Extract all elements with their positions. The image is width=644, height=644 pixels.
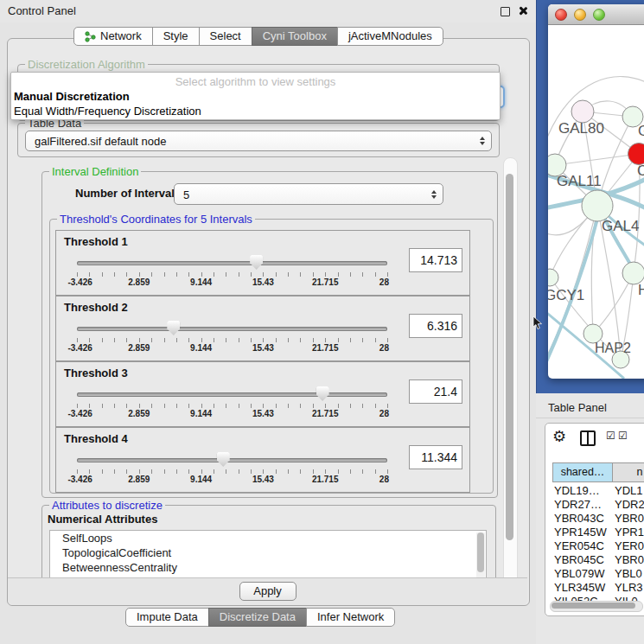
apply-button[interactable]: Apply <box>239 582 296 601</box>
slider-ticks <box>77 338 388 342</box>
slider-scale: -3.426 2.859 9.144 15.43 21.715 28 <box>77 277 387 288</box>
table-horizontal-scrollbar[interactable] <box>550 601 643 612</box>
threshold-value-field[interactable]: 21.4 <box>409 379 462 404</box>
slider-track[interactable] <box>77 261 387 265</box>
zoom-traffic-light-icon[interactable] <box>593 9 605 21</box>
threshold-slider[interactable]: -3.426 2.859 9.144 15.43 21.715 28 <box>77 255 387 290</box>
threshold-panel-2: Threshold 2 -3.426 2.859 9.144 15.43 21.… <box>55 296 470 361</box>
control-panel-titlebar: Control Panel <box>0 0 536 22</box>
scrollbar-thumb[interactable] <box>477 532 484 572</box>
group-title: Attributes to discretize <box>49 499 165 512</box>
tab-discretize-data[interactable]: Discretize Data <box>208 608 307 627</box>
combobox-value: 5 <box>183 188 189 201</box>
column-header-shared[interactable]: shared… <box>552 462 613 482</box>
slider-thumb[interactable] <box>250 255 263 270</box>
slider-scale: -3.426 2.859 9.144 15.43 21.715 28 <box>77 409 387 419</box>
scrollbar-thumb[interactable] <box>552 603 635 609</box>
tab-style[interactable]: Style <box>152 27 200 46</box>
threshold-value-field[interactable]: 11.344 <box>409 445 462 469</box>
threshold-panel-4: Threshold 4 -3.426 2.859 9.144 15.43 21.… <box>55 427 470 493</box>
close-icon[interactable] <box>518 6 527 16</box>
table-data-group: Table Data galFiltered.sif default node <box>17 123 500 157</box>
node-label: GA <box>638 123 644 139</box>
control-panel: Control Panel Network Style Select Cyni … <box>0 0 536 644</box>
node-label: GAL4 <box>602 218 639 234</box>
threshold-label: Threshold 1 <box>64 235 128 248</box>
tab-jactivemnodules[interactable]: jActiveMNodules <box>337 27 443 46</box>
node-label: H <box>638 282 644 298</box>
slider-scale: -3.426 2.859 9.144 15.43 21.715 28 <box>77 475 387 485</box>
group-title: Threshold's Coordinates for 5 Intervals <box>57 213 255 226</box>
slider-thumb[interactable] <box>316 386 329 401</box>
list-item[interactable]: SelfLoops <box>50 531 486 545</box>
tab-network[interactable]: Network <box>73 27 153 46</box>
threshold-panel-3: Threshold 3 -3.426 2.859 9.144 15.43 21.… <box>55 361 470 427</box>
checkbox-icon[interactable]: ☑ <box>606 430 615 442</box>
slider-ticks <box>77 272 388 277</box>
tab-label: Network <box>100 28 142 45</box>
algorithm-dropdown-popup: Select algorithm to view settings Manual… <box>10 72 501 120</box>
network-view-window: GAL80 GA C GAL11 GAL4 GCY1 H HAP2 <box>548 4 644 379</box>
control-panel-tabs: Network Style Select Cyni Toolbox jActiv… <box>73 27 443 46</box>
column-header-name[interactable]: n <box>612 462 644 482</box>
gear-icon[interactable]: ⚙ <box>552 427 566 446</box>
mouse-cursor-icon <box>532 316 545 330</box>
node-gal4[interactable] <box>582 190 613 221</box>
tab-select[interactable]: Select <box>199 27 252 46</box>
threshold-value-field[interactable]: 14.713 <box>409 248 462 272</box>
list-item[interactable]: TopologicalCoefficient <box>50 545 486 560</box>
spinner-icon <box>480 137 485 145</box>
thresholds-group: Threshold's Coordinates for 5 Intervals … <box>49 219 494 494</box>
dropdown-hint-item[interactable]: Select algorithm to view settings <box>11 75 500 88</box>
number-of-intervals-combobox[interactable]: 5 <box>174 183 443 205</box>
table-panel: Table Panel ⚙ ☑ ☑ shared… n YDL19…YDL1 Y… <box>536 393 644 644</box>
node-gcy1[interactable] <box>548 269 558 286</box>
scrollbar-thumb[interactable] <box>506 174 513 540</box>
threshold-label: Threshold 4 <box>64 432 128 445</box>
threshold-value-field[interactable]: 6.316 <box>409 314 462 338</box>
node-red-selected[interactable] <box>628 143 644 165</box>
dropdown-option-equal-width[interactable]: Equal Width/Frequency Discretization <box>14 105 201 118</box>
slider-track[interactable] <box>77 458 387 462</box>
threshold-slider[interactable]: -3.426 2.859 9.144 15.43 21.715 28 <box>77 452 387 487</box>
interval-definition-group: Interval Definition Number of Intervals … <box>41 171 498 498</box>
slider-scale: -3.426 2.859 9.144 15.43 21.715 28 <box>77 343 387 354</box>
number-of-intervals-label: Number of Intervals <box>75 187 181 200</box>
group-title: Discretization Algorithm <box>25 58 148 71</box>
tab-cyni-toolbox[interactable]: Cyni Toolbox <box>252 27 338 46</box>
threshold-panel-1: Threshold 1 -3.426 2.859 9.144 15.43 21.… <box>55 230 470 296</box>
close-traffic-light-icon[interactable] <box>555 9 567 21</box>
slider-thumb[interactable] <box>217 452 230 467</box>
threshold-label: Threshold 2 <box>64 301 128 314</box>
numerical-attributes-label: Numerical Attributes <box>48 513 157 526</box>
list-item[interactable]: BetweennessCentrality <box>50 560 486 575</box>
threshold-slider[interactable]: -3.426 2.859 9.144 15.43 21.715 28 <box>77 386 387 421</box>
panel-scrollbar[interactable] <box>503 157 518 590</box>
minimize-traffic-light-icon[interactable] <box>574 9 586 21</box>
divider <box>536 418 644 418</box>
slider-thumb[interactable] <box>167 321 180 335</box>
node-label: GAL80 <box>558 120 604 137</box>
tab-infer-network[interactable]: Infer Network <box>306 608 395 627</box>
network-icon <box>85 31 96 42</box>
spinner-icon <box>431 190 437 199</box>
node-table-card: ⚙ ☑ ☑ shared… n YDL19…YDL1 YDR27…YDR2 YB… <box>545 423 644 616</box>
apply-bar: Apply <box>8 577 527 605</box>
float-window-icon[interactable] <box>501 7 510 16</box>
node-label: GCY1 <box>548 287 584 303</box>
node-label: GAL11 <box>557 173 602 189</box>
threshold-slider[interactable]: -3.426 2.859 9.144 15.43 21.715 28 <box>77 321 387 355</box>
network-canvas[interactable]: GAL80 GA C GAL11 GAL4 GCY1 H HAP2 <box>548 25 644 379</box>
columns-icon[interactable] <box>580 430 596 446</box>
slider-track[interactable] <box>77 392 387 397</box>
checkbox-icon[interactable]: ☑ <box>618 430 628 442</box>
tab-impute-data[interactable]: Impute Data <box>125 608 209 627</box>
table-data-combobox[interactable]: galFiltered.sif default node <box>25 131 492 151</box>
combobox-value: galFiltered.sif default node <box>35 135 166 148</box>
threshold-label: Threshold 3 <box>64 367 128 379</box>
node-label: C <box>637 163 644 179</box>
dropdown-option-manual[interactable]: Manual Discretization <box>14 90 130 103</box>
group-title: Interval Definition <box>49 165 141 178</box>
slider-track[interactable] <box>77 327 387 331</box>
network-window-titlebar[interactable] <box>548 4 644 25</box>
